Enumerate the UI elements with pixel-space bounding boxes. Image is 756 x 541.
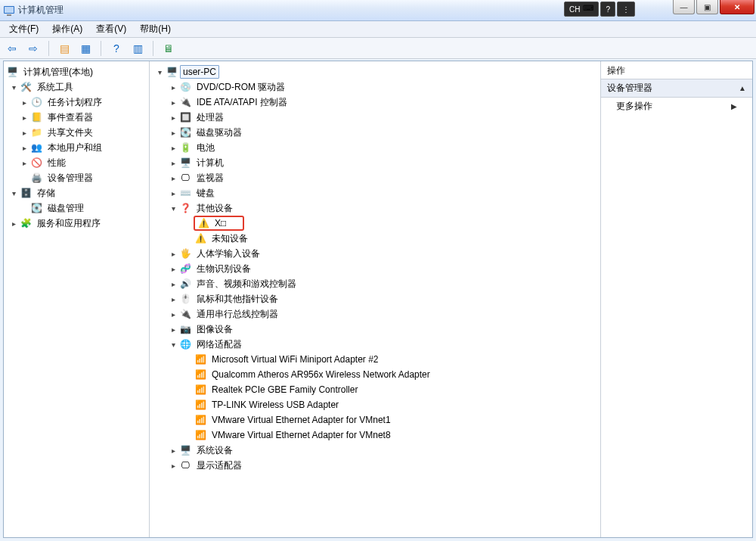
ime-handle[interactable]: ⋮ — [617, 2, 635, 17]
expander-icon[interactable]: ▸ — [19, 112, 29, 123]
expander-icon[interactable]: ▸ — [19, 157, 29, 168]
ime-help[interactable]: ? — [600, 2, 615, 17]
expander-icon[interactable]: ▸ — [168, 278, 178, 289]
dev-net5[interactable]: ▸📶VMware Virtual Ethernet Adapter for VM… — [151, 428, 599, 443]
nav-event-viewer-label: 事件查看器 — [45, 110, 96, 126]
dev-sound[interactable]: ▸🔊声音、视频和游戏控制器 — [151, 276, 599, 291]
expander-icon[interactable]: ▸ — [168, 324, 178, 334]
nav-shared-folders[interactable]: ▸ 📁 共享文件夹 — [5, 125, 147, 140]
expander-icon[interactable]: ▸ — [168, 112, 178, 123]
expander-icon[interactable]: ▾ — [8, 82, 19, 92]
dev-img[interactable]: ▸📷图像设备 — [151, 322, 599, 337]
window-title: 计算机管理 — [18, 4, 64, 17]
nav-performance[interactable]: ▸ 🚫 性能 — [5, 155, 147, 170]
dev-cpu[interactable]: ▸🔲处理器 — [151, 110, 599, 125]
expander-icon[interactable]: ▸ — [168, 97, 178, 107]
expander-icon[interactable]: ▾ — [8, 188, 19, 198]
folder-up-icon: ▤ — [60, 43, 70, 54]
nav-pane[interactable]: 🖥️ 计算机管理(本地) ▾ 🛠️ 系统工具 ▸ 🕒 任务计划程序 ▸ 📒 事件… — [4, 61, 150, 537]
dev-other-unknown[interactable]: ▸⚠️未知设备 — [151, 231, 599, 246]
ime-toolbar: CH⌨ ? ⋮ — [564, 2, 635, 17]
nav-services-apps[interactable]: ▸ 🧩 服务和应用程序 — [5, 216, 147, 231]
expander-icon[interactable]: ▾ — [154, 67, 165, 77]
expander-icon[interactable]: ▸ — [168, 445, 178, 455]
action-more[interactable]: 更多操作 ▶ — [601, 98, 752, 115]
dev-root[interactable]: ▾ 🖥️ user-PC — [151, 64, 599, 79]
dev-mon[interactable]: ▸🖵监视器 — [151, 170, 599, 185]
dev-sys[interactable]: ▸🖥️系统设备 — [151, 443, 599, 458]
expander-icon[interactable]: ▾ — [168, 339, 178, 350]
nav-device-manager[interactable]: ▸ 🖨️ 设备管理器 — [5, 170, 147, 185]
action-head: 操作 — [601, 61, 752, 79]
dev-dvd[interactable]: ▸💿DVD/CD-ROM 驱动器 — [151, 79, 599, 95]
expander-icon[interactable]: ▸ — [19, 127, 29, 138]
menu-view[interactable]: 查看(V) — [90, 21, 132, 37]
expander-icon[interactable]: ▸ — [168, 248, 178, 259]
action-section[interactable]: 设备管理器 ▲ — [601, 79, 752, 98]
dev-kb[interactable]: ▸⌨️键盘 — [151, 185, 599, 201]
dev-ide[interactable]: ▸🔌IDE ATA/ATAPI 控制器 — [151, 95, 599, 110]
hid-icon: 🖐️ — [179, 247, 191, 260]
nic-icon: 📶 — [194, 399, 206, 411]
ime-lang[interactable]: CH⌨ — [564, 2, 599, 17]
expander-icon[interactable]: ▸ — [168, 294, 178, 304]
scan-button[interactable]: 🖥 — [160, 40, 178, 57]
expander-icon[interactable]: ▸ — [168, 309, 178, 319]
close-button[interactable]: ✕ — [720, 0, 754, 14]
view-button[interactable]: ▥ — [129, 40, 147, 57]
expander-icon[interactable]: ▸ — [168, 173, 178, 183]
nav-task-scheduler[interactable]: ▸ 🕒 任务计划程序 — [5, 95, 147, 110]
nav-storage[interactable]: ▾ 🗄️ 存储 — [5, 185, 147, 201]
dev-net[interactable]: ▾🌐网络适配器 — [151, 337, 599, 352]
up-button[interactable]: ▤ — [55, 40, 73, 57]
expander-icon[interactable]: ▸ — [19, 97, 29, 107]
expander-icon[interactable]: ▸ — [168, 188, 178, 198]
expander-icon[interactable]: ▸ — [19, 142, 29, 153]
expander-icon[interactable]: ▾ — [168, 203, 178, 213]
dev-mouse[interactable]: ▸🖱️鼠标和其他指针设备 — [151, 291, 599, 306]
expander-icon[interactable]: ▸ — [168, 82, 178, 92]
dev-other[interactable]: ▾❓其他设备 — [151, 201, 599, 216]
nav-disk-mgmt[interactable]: ▸ 💽 磁盘管理 — [5, 201, 147, 216]
nav-root[interactable]: 🖥️ 计算机管理(本地) — [5, 64, 147, 79]
help-button[interactable]: ? — [107, 40, 125, 57]
show-hide-tree[interactable]: ▦ — [76, 40, 94, 57]
dev-other-x[interactable]: ▸ ⚠️ X□ — [151, 216, 599, 231]
dev-net3[interactable]: ▸📶TP-LINK Wireless USB Adapter — [151, 397, 599, 412]
dev-bio[interactable]: ▸🧬生物识别设备 — [151, 261, 599, 276]
nav-event-viewer[interactable]: ▸ 📒 事件查看器 — [5, 110, 147, 125]
menu-action[interactable]: 操作(A) — [46, 21, 88, 37]
dev-bat[interactable]: ▸🔋电池 — [151, 140, 599, 155]
dev-usb[interactable]: ▸🔌通用串行总线控制器 — [151, 306, 599, 322]
expander-icon[interactable]: ▸ — [168, 460, 178, 471]
expander-icon[interactable]: ▸ — [168, 263, 178, 274]
maximize-button[interactable]: ▣ — [696, 0, 718, 14]
dev-hid[interactable]: ▸🖐️人体学输入设备 — [151, 246, 599, 261]
dev-net4[interactable]: ▸📶VMware Virtual Ethernet Adapter for VM… — [151, 412, 599, 428]
dev-disk[interactable]: ▸💽磁盘驱动器 — [151, 125, 599, 140]
expander-icon[interactable]: ▸ — [168, 157, 178, 168]
menu-help[interactable]: 帮助(H) — [134, 21, 177, 37]
menu-file[interactable]: 文件(F) — [3, 21, 45, 37]
battery-icon: 🔋 — [179, 141, 191, 154]
network-icon: 🌐 — [179, 338, 191, 350]
nav-forward-button[interactable]: ⇨ — [24, 40, 42, 57]
nav-back-button[interactable]: ⇦ — [3, 40, 21, 57]
nav-system-tools[interactable]: ▾ 🛠️ 系统工具 — [5, 79, 147, 95]
dev-dvd-label: DVD/CD-ROM 驱动器 — [194, 79, 288, 95]
dev-net2[interactable]: ▸📶Realtek PCIe GBE Family Controller — [151, 382, 599, 397]
dev-disp[interactable]: ▸🖵显示适配器 — [151, 458, 599, 473]
dev-comp[interactable]: ▸🖥️计算机 — [151, 155, 599, 170]
computer-icon: 🖥️ — [179, 157, 191, 169]
device-pane[interactable]: ▾ 🖥️ user-PC ▸💿DVD/CD-ROM 驱动器 ▸🔌IDE ATA/… — [150, 61, 601, 537]
dev-mon-label: 监视器 — [194, 170, 227, 186]
dev-net1[interactable]: ▸📶Qualcomm Atheros AR956x Wireless Netwo… — [151, 367, 599, 382]
expander-icon[interactable]: ▸ — [168, 127, 178, 138]
dev-other-x-label: X□ — [212, 216, 229, 230]
expander-icon[interactable]: ▸ — [8, 218, 19, 229]
dev-net0[interactable]: ▸📶Microsoft Virtual WiFi Miniport Adapte… — [151, 352, 599, 367]
minimize-button[interactable]: — — [673, 0, 695, 14]
expander-icon[interactable]: ▸ — [168, 142, 178, 153]
usb-icon: 🔌 — [179, 308, 191, 320]
nav-local-users[interactable]: ▸ 👥 本地用户和组 — [5, 140, 147, 155]
